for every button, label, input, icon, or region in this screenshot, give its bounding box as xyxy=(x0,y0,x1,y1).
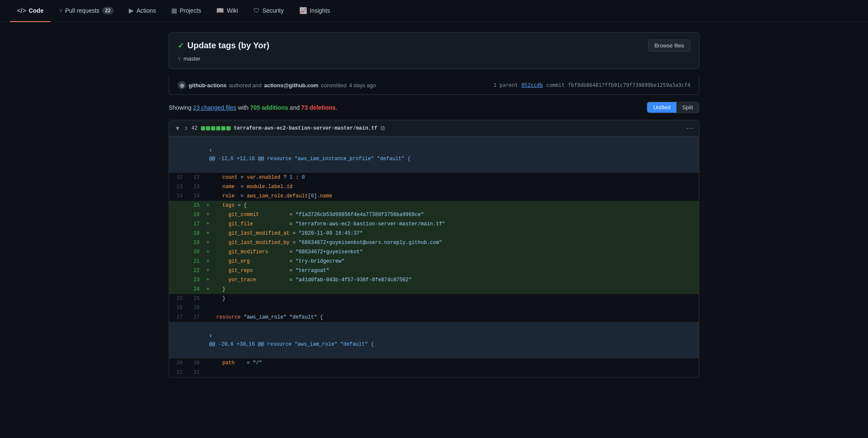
table-row: 15 + tags = { xyxy=(169,201,699,210)
hunk1-text: @@ -12,6 +12,16 @@ resource "aws_iam_ins… xyxy=(209,156,410,162)
new-line-num: 26 xyxy=(186,303,203,313)
file-diff: ▾ ⇕ 42 terraform-aws-ec2-bastion-server-… xyxy=(169,120,699,377)
new-line-num: 17 xyxy=(186,219,203,229)
committer-name: actions@github.com xyxy=(264,82,318,89)
new-line-num: 25 xyxy=(186,294,203,303)
old-line-num xyxy=(169,229,186,238)
old-line-num: 16 xyxy=(169,303,186,313)
code-line: git_org = "try-bridgecrew" xyxy=(213,257,699,266)
new-line-num: 23 xyxy=(186,275,203,285)
commit-header: ✓ Update tags (by Yor) Browse files ⑂ ma… xyxy=(169,32,699,69)
diff-stats-bar: Showing 23 changed files with 705 additi… xyxy=(169,102,699,113)
old-line-num xyxy=(169,247,186,257)
nav-label-pull-requests: Pull requests xyxy=(65,7,100,14)
old-line-num xyxy=(169,219,186,229)
sign-cell: + xyxy=(203,247,213,257)
and-text: and xyxy=(290,104,300,111)
changed-files-count[interactable]: 23 changed files xyxy=(193,104,236,111)
code-line: tags = { xyxy=(213,201,699,210)
code-line: git_last_modified_at = "2020-11-09 16:45… xyxy=(213,229,699,238)
browse-files-button[interactable]: Browse files xyxy=(648,39,690,52)
table-row: 14 14 role = aws_iam_role.default[0].nam… xyxy=(169,191,699,201)
code-line: git_repo = "terragoat" xyxy=(213,266,699,275)
committed-text: committed xyxy=(321,82,346,89)
table-row: 12 12 count = var.enabled ? 1 : 0 xyxy=(169,173,699,182)
nav-label-actions: Actions xyxy=(136,7,156,14)
sign-cell xyxy=(203,173,213,182)
split-view-button[interactable]: Split xyxy=(676,102,699,113)
table-row: 23 + yor_trace = "a41d0fab-043b-4f57-936… xyxy=(169,275,699,285)
nav-item-security[interactable]: 🛡 Security xyxy=(247,0,291,22)
table-row: 20 + git_modifiers = "68634672+guyeisenk… xyxy=(169,247,699,257)
hunk2-text: @@ -20,6 +30,16 @@ resource "aws_iam_rol… xyxy=(209,341,374,347)
nav-item-code[interactable]: </> Code xyxy=(10,0,50,22)
table-row: 19 + git_last_modified_by = "68634672+gu… xyxy=(169,238,699,247)
check-icon: ✓ xyxy=(178,41,184,50)
code-line: git_last_modified_by = "68634672+guyeise… xyxy=(213,238,699,247)
more-options-button[interactable]: ··· xyxy=(686,124,694,133)
time-ago: 4 days ago xyxy=(349,82,376,89)
nav-label-insights: Insights xyxy=(310,7,330,14)
parent-label: 1 parent xyxy=(493,82,518,88)
unified-view-button[interactable]: Unified xyxy=(647,102,676,113)
sign-cell: + xyxy=(203,257,213,266)
code-line: count = var.enabled ? 1 : 0 xyxy=(213,173,699,182)
pill-3 xyxy=(211,126,215,130)
pill-1 xyxy=(201,126,205,130)
nav-item-actions[interactable]: ▶ Actions xyxy=(122,0,163,22)
table-row: 18 + git_last_modified_at = "2020-11-09 … xyxy=(169,229,699,238)
nav-label-security: Security xyxy=(262,7,284,14)
file-diff-header: ▾ ⇕ 42 terraform-aws-ec2-bastion-server-… xyxy=(169,120,699,136)
code-line: } xyxy=(213,294,699,303)
code-table: ⇕ @@ -12,6 +12,16 @@ resource "aws_iam_i… xyxy=(169,136,699,377)
actions-icon: ▶ xyxy=(129,7,134,14)
branch-name: master xyxy=(184,55,200,62)
sign-cell: + xyxy=(203,201,213,210)
nav-item-wiki[interactable]: 📖 Wiki xyxy=(209,0,245,22)
nav-item-pull-requests[interactable]: ⑂ Pull requests 22 xyxy=(52,0,120,22)
code-line xyxy=(213,303,699,313)
nav-label-code: Code xyxy=(29,7,44,14)
code-line: git_modifiers = "68634672+guyeisenkot" xyxy=(213,247,699,257)
old-line-num xyxy=(169,266,186,275)
expand-icon[interactable]: ⇕ xyxy=(209,333,212,339)
table-row: 24 + } xyxy=(169,285,699,294)
old-line-num: 13 xyxy=(169,182,186,191)
table-row: 21 + git_org = "try-bridgecrew" xyxy=(169,257,699,266)
nav-label-projects: Projects xyxy=(180,7,201,14)
code-icon: </> xyxy=(17,7,26,14)
expand-up-icon[interactable]: ⇕ xyxy=(209,147,212,153)
main-content: ✓ Update tags (by Yor) Browse files ⑂ ma… xyxy=(159,22,709,394)
sign-cell: + xyxy=(203,210,213,219)
nav-bar: </> Code ⑂ Pull requests 22 ▶ Actions ▦ … xyxy=(0,0,868,22)
old-line-num xyxy=(169,238,186,247)
pull-request-icon: ⑂ xyxy=(59,7,63,14)
table-row: 16 + git_commit = "f1a3726cb53d99856f4e4… xyxy=(169,210,699,219)
commit-label: commit xyxy=(546,82,565,88)
sign-cell xyxy=(203,294,213,303)
code-line: git_commit = "f1a3726cb53d99856f4e4a7738… xyxy=(213,210,699,219)
sign-cell: + xyxy=(203,285,213,294)
commit-title-text: Update tags (by Yor) xyxy=(187,41,270,50)
hunk-header-2: ⇕ @@ -20,6 +30,16 @@ resource "aws_iam_r… xyxy=(169,322,699,358)
old-line-num xyxy=(169,210,186,219)
nav-item-insights[interactable]: 📈 Insights xyxy=(292,0,337,22)
collapse-button[interactable]: ▾ xyxy=(174,124,181,132)
commit-meta: ⬤ github-actions authored and actions@gi… xyxy=(169,76,699,95)
commit-title: ✓ Update tags (by Yor) xyxy=(178,41,270,50)
nav-item-projects[interactable]: ▦ Projects xyxy=(164,0,208,22)
pr-badge: 22 xyxy=(102,7,114,14)
new-line-num: 24 xyxy=(186,285,203,294)
old-line-num xyxy=(169,257,186,266)
table-row: 22 + git_repo = "terragoat" xyxy=(169,266,699,275)
new-line-num: 12 xyxy=(186,173,203,182)
sign-cell: + xyxy=(203,266,213,275)
full-hash: fbf9db864817ffb91c79f739899be1259a3a3cf4 xyxy=(568,82,690,88)
authored-text: authored and xyxy=(229,82,262,89)
parent-hash[interactable]: 952ccdb xyxy=(521,82,543,88)
hunk-header-1: ⇕ @@ -12,6 +12,16 @@ resource "aws_iam_i… xyxy=(169,136,699,173)
old-line-num xyxy=(169,275,186,285)
new-line-num: 27 xyxy=(186,313,203,322)
copy-filename-button[interactable]: ⧉ xyxy=(381,125,385,132)
commit-meta-left: ⬤ github-actions authored and actions@gi… xyxy=(178,81,376,89)
